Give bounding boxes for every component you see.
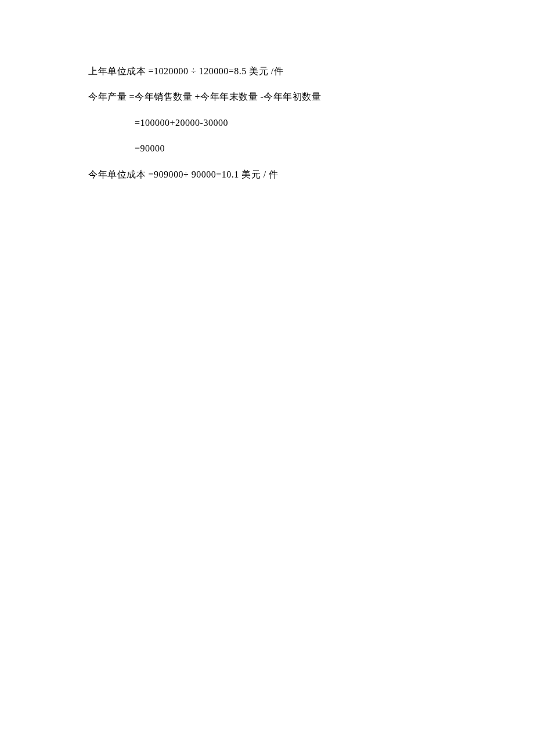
text-line-2: 今年产量 =今年销售数量 +今年年末数量 -今年年初数量 bbox=[88, 91, 476, 103]
document-page: 上年单位成本 =1020000 ÷ 120000=8.5 美元 /件 今年产量 … bbox=[0, 0, 534, 181]
text-line-3: =100000+20000-30000 bbox=[88, 117, 476, 129]
text-line-4: =90000 bbox=[88, 142, 476, 155]
text-line-5: 今年单位成本 =909000÷ 90000=10.1 美元 / 件 bbox=[88, 168, 476, 181]
text-line-1: 上年单位成本 =1020000 ÷ 120000=8.5 美元 /件 bbox=[88, 65, 476, 78]
